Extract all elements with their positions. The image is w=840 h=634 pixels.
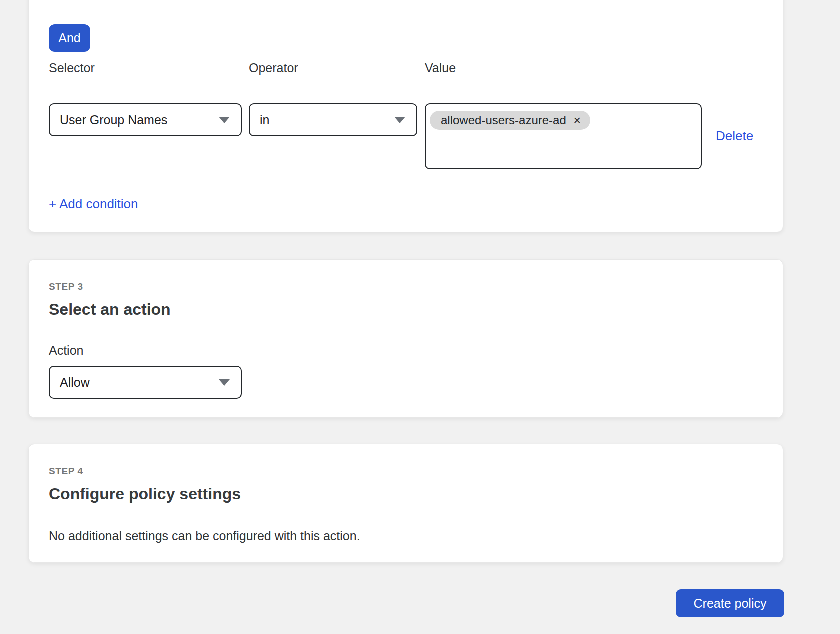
step3-card: STEP 3 Select an action Action Allow xyxy=(28,259,783,418)
chevron-down-icon xyxy=(219,379,230,386)
remove-tag-icon[interactable]: ✕ xyxy=(573,116,581,125)
step4-title: Configure policy settings xyxy=(49,484,241,504)
action-dropdown[interactable]: Allow xyxy=(49,366,242,399)
operator-dropdown[interactable]: in xyxy=(249,103,417,136)
create-policy-button[interactable]: Create policy xyxy=(676,589,784,617)
selector-label: Selector xyxy=(49,60,95,75)
selector-dropdown[interactable]: User Group Names xyxy=(49,103,242,136)
step3-label: STEP 3 xyxy=(49,281,83,292)
settings-description-text: No additional settings can be configured… xyxy=(49,528,360,544)
step4-label: STEP 4 xyxy=(49,466,83,477)
value-tag-input[interactable]: allowed-users-azure-ad ✕ xyxy=(425,103,702,169)
value-tag-label: allowed-users-azure-ad xyxy=(441,113,566,127)
delete-condition-link[interactable]: Delete xyxy=(716,128,753,143)
value-label: Value xyxy=(425,60,456,75)
add-condition-link[interactable]: + Add condition xyxy=(49,196,138,211)
chevron-down-icon xyxy=(394,117,405,123)
selector-dropdown-value: User Group Names xyxy=(60,113,167,127)
condition-builder-card: And Selector Operator Value User Group N… xyxy=(28,0,783,232)
operator-dropdown-value: in xyxy=(260,113,269,127)
operator-label: Operator xyxy=(249,60,298,75)
and-operator-button[interactable]: And xyxy=(49,24,90,52)
step3-title: Select an action xyxy=(49,299,171,319)
step4-card: STEP 4 Configure policy settings No addi… xyxy=(28,444,783,563)
chevron-down-icon xyxy=(219,117,230,123)
value-tag: allowed-users-azure-ad ✕ xyxy=(430,111,590,130)
action-label: Action xyxy=(49,343,83,358)
action-dropdown-value: Allow xyxy=(60,375,90,390)
